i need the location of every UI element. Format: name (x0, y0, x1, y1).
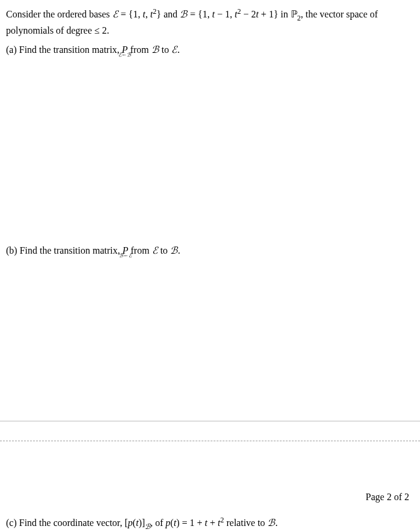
part-b: (b) Find the transition matrix, Pℬ←ℰ fro… (6, 243, 414, 258)
pc-period: . (275, 518, 278, 528)
part-b-to-word: to (158, 245, 170, 255)
pc-p: p (128, 518, 133, 528)
rest: − 2 (241, 9, 256, 19)
pc-p2: p (166, 518, 171, 528)
solid-divider (0, 421, 420, 421)
part-a-from: ℬ (151, 44, 159, 55)
transition-P-a: Pℰ←ℬ (122, 43, 128, 57)
part-b-label: (b) Find the transition matrix, (6, 245, 123, 255)
part-a: (a) Find the transition matrix, Pℰ←ℬ fro… (6, 43, 414, 57)
pc-plus: + (207, 518, 218, 528)
intro-text: Consider the ordered bases (6, 9, 112, 19)
pc-subB: ℬ (145, 522, 150, 531)
basis-B: ℬ (180, 9, 187, 19)
part-b-from: ℰ (152, 245, 158, 255)
dashed-divider (0, 441, 420, 441)
close-and: } and (156, 9, 180, 19)
pc-close: )] (139, 518, 145, 528)
plus1: + 1} in (258, 9, 290, 19)
part-c: (c) Find the coordinate vector, [p(t)]ℬ,… (6, 515, 278, 532)
part-b-period: . (178, 245, 180, 255)
problem-intro: Consider the ordered bases ℰ = {1, t, t2… (6, 6, 414, 38)
part-a-to: ℰ (171, 44, 177, 55)
P-symbol: ℙ (291, 9, 297, 19)
part-b-to: ℬ (170, 245, 178, 255)
transition-P-b: Pℬ←ℰ (123, 243, 129, 258)
intro-eq2: = {1, (187, 9, 212, 19)
part-a-to-word: to (159, 44, 171, 55)
part-a-mid: from (128, 44, 151, 55)
pc-of: , of (150, 518, 165, 528)
part-a-period: . (177, 44, 180, 55)
comma: , (145, 9, 150, 19)
page-divider (0, 421, 420, 441)
part-c-label: (c) Find the coordinate vector, [ (6, 518, 128, 528)
part-a-label: (a) Find the transition matrix, (6, 44, 122, 55)
intro-eq1: = {1, (118, 9, 143, 19)
part-b-mid: from (129, 245, 152, 255)
pc-close2: ) = 1 + (176, 518, 204, 528)
pc-B: ℬ (267, 518, 275, 528)
pc-relative: relative to (224, 518, 267, 528)
basis-E: ℰ (112, 9, 118, 19)
tm1-b: − 1, (215, 9, 234, 19)
page-number: Page 2 of 2 (366, 492, 409, 503)
